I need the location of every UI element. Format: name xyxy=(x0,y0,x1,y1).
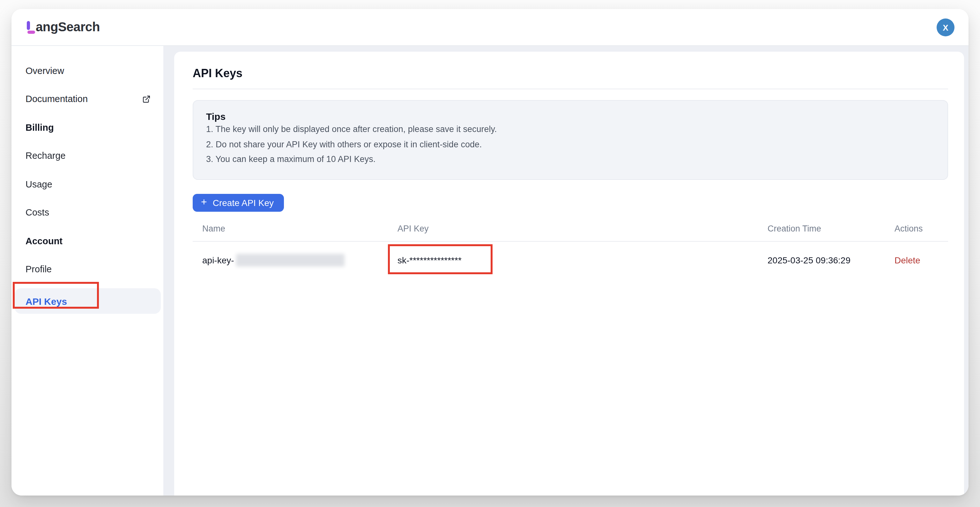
redacted-key-name xyxy=(236,253,345,266)
app-body: Overview Documentation Bi xyxy=(11,46,969,496)
tips-title: Tips xyxy=(206,111,935,122)
content-area: API Keys Tips 1. The key will only be di… xyxy=(163,46,969,496)
brand-l-icon xyxy=(25,21,35,34)
tips-line-1: 1. The key will only be displayed once a… xyxy=(206,122,935,137)
sidebar-nav: Overview Documentation Bi xyxy=(11,61,163,314)
sidebar-section-label: Billing xyxy=(25,122,54,132)
column-header-creation-time: Creation Time xyxy=(758,224,885,233)
table-row: api-key- sk-*************** 2025-03-25 0… xyxy=(192,242,948,278)
sidebar-item-overview[interactable]: Overview xyxy=(11,61,163,80)
column-header-actions: Actions xyxy=(885,224,948,233)
api-keys-table: Name API Key Creation Time Actions api-k… xyxy=(192,216,948,278)
brand-name: angSearch xyxy=(36,21,100,34)
viewport: angSearch X Overview Documentation xyxy=(0,0,980,507)
sidebar-section-account: Account xyxy=(11,232,163,250)
sidebar-item-label: Costs xyxy=(25,207,49,218)
sidebar-item-label: Recharge xyxy=(25,151,66,161)
tips-line-3: 3. You can keep a maximum of 10 API Keys… xyxy=(206,152,935,167)
sidebar-item-label: Overview xyxy=(25,65,64,76)
sidebar-item-label: Usage xyxy=(25,179,52,189)
user-avatar[interactable]: X xyxy=(937,19,955,37)
create-api-key-label: Create API Key xyxy=(213,197,274,208)
tips-line-2: 2. Do not share your API Key with others… xyxy=(206,137,935,152)
sidebar-item-costs[interactable]: Costs xyxy=(11,203,163,222)
external-link-icon xyxy=(142,95,151,103)
create-api-key-button[interactable]: + Create API Key xyxy=(192,194,284,211)
sidebar-item-usage[interactable]: Usage xyxy=(11,175,163,193)
table-header-row: Name API Key Creation Time Actions xyxy=(192,216,948,242)
app-header: angSearch X xyxy=(11,9,969,46)
column-header-api-key: API Key xyxy=(388,224,758,233)
sidebar-item-profile[interactable]: Profile xyxy=(11,260,163,278)
sidebar-item-label: Documentation xyxy=(25,94,88,104)
page-title: API Keys xyxy=(192,67,948,89)
delete-key-link[interactable]: Delete xyxy=(894,255,920,265)
key-name-prefix: api-key- xyxy=(202,255,234,265)
sidebar-section-billing: Billing xyxy=(11,118,163,137)
sidebar-item-api-keys[interactable]: API Keys xyxy=(15,288,161,314)
sidebar-item-label: API Keys xyxy=(25,296,67,307)
column-header-name: Name xyxy=(192,224,388,233)
sidebar: Overview Documentation Bi xyxy=(11,46,163,496)
sidebar-section-label: Account xyxy=(25,236,62,246)
cell-api-key-masked: sk-*************** xyxy=(388,255,758,265)
plus-icon: + xyxy=(201,197,207,207)
sidebar-item-documentation[interactable]: Documentation xyxy=(11,90,163,108)
sidebar-item-label: Profile xyxy=(25,264,52,274)
cell-key-name: api-key- xyxy=(192,253,388,266)
cell-creation-time: 2025-03-25 09:36:29 xyxy=(758,255,885,265)
sidebar-item-recharge[interactable]: Recharge xyxy=(11,146,163,165)
app-card: angSearch X Overview Documentation xyxy=(11,9,969,496)
tips-box: Tips 1. The key will only be displayed o… xyxy=(192,100,948,180)
api-keys-panel: API Keys Tips 1. The key will only be di… xyxy=(174,51,964,496)
brand-logo: angSearch xyxy=(25,21,100,34)
